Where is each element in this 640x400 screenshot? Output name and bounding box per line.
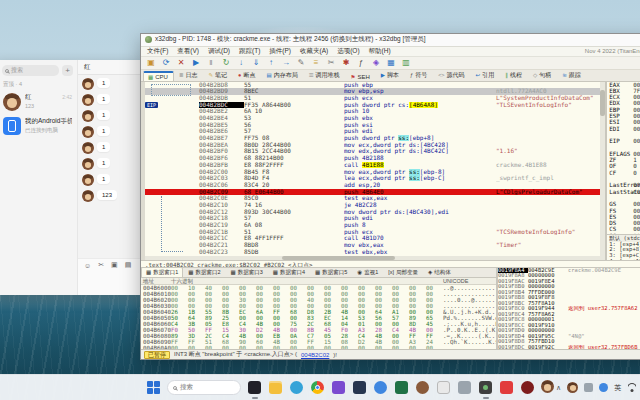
tray-cloud-icon[interactable] <box>584 383 593 392</box>
input-language-indicator[interactable]: 英 <box>614 383 621 393</box>
menu-item[interactable]: 选项(O) <box>337 47 359 56</box>
toolbar-icon[interactable]: ◈ <box>371 57 381 68</box>
network-icon[interactable] <box>627 384 636 392</box>
screenshot-icon[interactable]: ✂ <box>98 261 104 269</box>
dump-tab[interactable]: ▦数据窗口2 <box>183 268 225 277</box>
toolbar-icon[interactable]: → <box>281 57 291 68</box>
disasm-rows: 004B2BD855push ebp004B2BD98BECmov ebp,es… <box>145 82 600 256</box>
photos-app[interactable] <box>352 380 367 395</box>
status-address-link[interactable]: 004B2C02 <box>301 352 329 358</box>
dump-pane[interactable]: ▦数据窗口1▦数据窗口2▦数据窗口3▦数据窗口4▦数据窗口5◉监视1[x]局部变… <box>141 268 496 350</box>
toolbar-icon[interactable]: ↓ <box>236 57 246 68</box>
tray-mic-icon[interactable] <box>599 383 608 392</box>
toolbar-icon[interactable]: ▣ <box>146 57 156 68</box>
chat-input[interactable] <box>78 271 144 295</box>
spreadsheet-app[interactable] <box>394 380 409 395</box>
file-icon[interactable]: ▤ <box>125 261 132 269</box>
tab-调用堆栈[interactable]: ☰调用堆栈 <box>304 69 346 81</box>
conversation-item[interactable]: 我的Android手机已连接到电脑2:42 <box>2 114 73 138</box>
message-bubble: 1 <box>97 110 110 120</box>
toolbar-icon[interactable]: ↑ <box>266 57 276 68</box>
selection-rect <box>151 84 191 96</box>
toolbar-icon[interactable]: ✱ <box>341 57 351 68</box>
toolbar-icon[interactable]: ƒ <box>356 57 366 68</box>
disassembly-pane[interactable]: 004B2BD855push ebp004B2BD98BECmov ebp,es… <box>145 82 600 260</box>
toolbar-icon[interactable]: ✕ <box>176 57 186 68</box>
chrome-browser[interactable] <box>310 380 325 395</box>
darkred-app-icon <box>521 381 534 394</box>
tab-符号[interactable]: ƒ符号 <box>405 69 433 81</box>
brown-app[interactable] <box>415 380 430 395</box>
menu-item[interactable]: 帮助(H) <box>369 47 391 56</box>
edge-browser[interactable] <box>289 380 304 395</box>
notes-app[interactable] <box>436 380 451 395</box>
tab-引用[interactable]: ↩引用 <box>471 69 501 81</box>
disasm-hscrollbar[interactable] <box>145 256 600 260</box>
registers-pane[interactable]: EAX0019F8D4EBX7FFDF000ECX0019F8A4EDX004B… <box>607 82 640 260</box>
menu-item[interactable]: 查看(V) <box>177 47 199 56</box>
toolbar-icon[interactable]: ▥ <box>401 57 411 68</box>
disasm-vscrollbar[interactable] <box>600 82 605 260</box>
toolbar-icon[interactable]: ✂ <box>326 57 336 68</box>
black-app[interactable] <box>247 380 262 395</box>
menu-item[interactable]: 插件(P) <box>269 47 291 56</box>
tab-内存布局[interactable]: ▤内存布局 <box>261 69 303 81</box>
tab-断点[interactable]: ●断点 <box>233 69 261 81</box>
toolbar-icon[interactable]: ⟳ <box>161 57 171 68</box>
stack-row[interactable]: 0019F8DC0019F92C返回到 user32.757FBD6B 自 ??… <box>498 345 640 350</box>
darkred-app[interactable] <box>520 380 535 395</box>
add-button[interactable]: + <box>62 65 73 76</box>
debugger-titlebar[interactable]: x32dbg - PID: 1748 - 模块: crackme.exe - 线… <box>141 34 640 47</box>
dump-tab[interactable]: [x]局部变量 <box>383 268 423 277</box>
tab-跟踪[interactable]: ≋跟踪 <box>557 69 587 81</box>
start-button[interactable] <box>146 380 161 395</box>
red-app[interactable] <box>499 380 514 395</box>
tab-源代码[interactable]: <>源代码 <box>433 69 470 81</box>
dump-tab[interactable]: ▦数据窗口5 <box>310 268 352 277</box>
toolbar-icon[interactable]: ≡ <box>311 57 321 68</box>
dump-tab[interactable]: ◈结构体 <box>423 268 456 277</box>
disasm-row[interactable]: 004B2C2385DBtest ebx,ebx <box>145 249 600 256</box>
dump-tab[interactable]: ▦数据窗口3 <box>226 268 268 277</box>
stack-pane[interactable]: 0019F8A4004B2C9Ecrackme.004B2C9E0019F8A8… <box>496 268 640 350</box>
emoji-icon[interactable]: ☺ <box>84 262 91 269</box>
tab-label: 断点 <box>243 71 255 80</box>
conversation-preview: 已连接到电脑 <box>25 127 72 134</box>
menu-item[interactable]: 跟踪(T) <box>239 47 260 56</box>
search-input[interactable]: 搜索 <box>2 65 59 76</box>
window-app[interactable] <box>457 380 472 395</box>
dump-tab[interactable]: ▦数据窗口4 <box>268 268 310 277</box>
file-explorer[interactable] <box>268 380 283 395</box>
tab-线程[interactable]: ∥线程 <box>500 69 528 81</box>
menu-item[interactable]: 文件(F) <box>147 47 168 56</box>
tab-句柄[interactable]: ◇句柄 <box>528 69 557 81</box>
toolbar-icon[interactable]: ‖ <box>206 57 216 68</box>
spreadsheet-app-icon <box>395 381 408 394</box>
tray-chevron-icon[interactable]: ∧ <box>556 384 561 392</box>
toolbar-icon[interactable]: ▶ <box>191 57 201 68</box>
arguments-panel[interactable]: 默认 (stdcall) 1: [esp+4] 0019F8D42: [esp+… <box>607 234 640 260</box>
image-icon[interactable]: ▣ <box>111 261 118 269</box>
tray-avatar-icon[interactable] <box>567 382 578 393</box>
tab-cpu[interactable]: ▦CPU <box>143 71 174 81</box>
menu-item[interactable]: 调试(D) <box>208 47 230 56</box>
dump-tab-icon: ▦ <box>188 269 193 275</box>
qq-app[interactable] <box>541 380 556 395</box>
conversation-item[interactable]: 红1232:42 <box>2 90 73 114</box>
toolbar-icon[interactable]: ▦ <box>386 57 396 68</box>
tab-seh[interactable]: ⚑SEH <box>346 72 376 81</box>
menu-item[interactable]: 收藏夹(A) <box>300 47 328 56</box>
taskbar-search[interactable]: 搜索 <box>167 380 241 395</box>
dump-tab[interactable]: ◉监视1 <box>352 268 383 277</box>
toolbar-icon[interactable]: ⇓ <box>251 57 261 68</box>
tab-日志[interactable]: ≣日志 <box>174 69 204 81</box>
disasm-instruction: push 4B2188 <box>344 155 496 162</box>
x32dbg-app[interactable] <box>478 380 493 395</box>
dump-tab[interactable]: ▦数据窗口1 <box>141 268 183 277</box>
tab-笔记[interactable]: ✎笔记 <box>203 69 233 81</box>
tab-脚本[interactable]: ▶脚本 <box>376 69 405 81</box>
toolbar-icon[interactable]: ✎ <box>296 57 306 68</box>
media-player[interactable] <box>331 380 346 395</box>
cloud-drive[interactable] <box>373 380 388 395</box>
toolbar-icon[interactable]: ↻ <box>221 57 231 68</box>
